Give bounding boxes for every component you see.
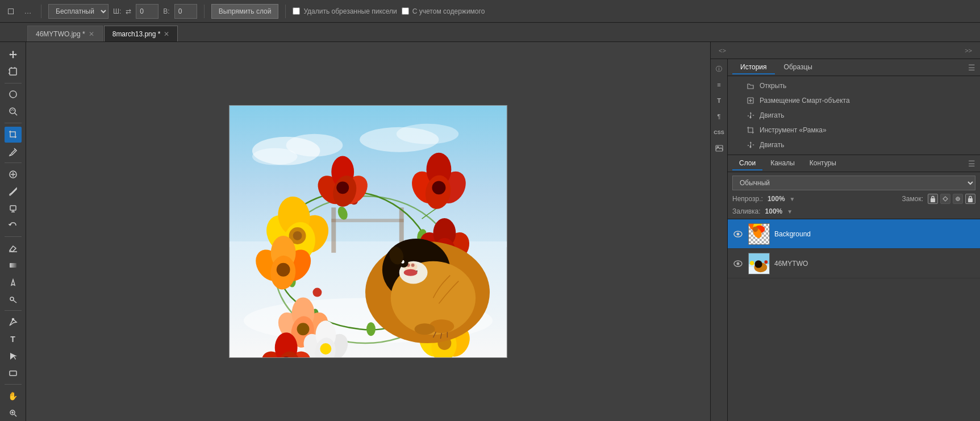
svg-rect-31 [331,207,336,253]
paragraph-panel-icon[interactable]: ¶ [712,109,727,124]
lock-pixels-icon[interactable] [940,194,950,204]
tool-sep-6 [5,384,22,385]
tab-1-close[interactable]: ✕ [164,31,169,37]
history-item-1[interactable]: Размещение Смарт-объекта [728,93,980,108]
tab-history[interactable]: История [732,61,775,74]
svg-point-129 [753,226,758,231]
svg-line-6 [15,113,17,115]
canvas-content [229,105,507,358]
layers-section: Слои Каналы Контуры ☰ [728,155,980,421]
ps-icon: □ [5,5,17,18]
text-tool[interactable]: T [5,331,22,347]
tool-sep-2 [5,123,22,123]
straighten-btn[interactable]: Выпрямить слой [211,4,279,19]
layers-list: Background [728,219,980,421]
brush-presets-icon[interactable]: ≡ [712,77,727,92]
svg-line-16 [13,300,16,303]
right-panel: <> >> ⓘ ≡ T ¶ CSS [710,42,980,421]
layer-thumb-46mytwo [748,253,770,274]
layers-menu-btn[interactable]: ☰ [968,159,975,168]
tab-1[interactable]: 8march13.png * ✕ [104,26,178,41]
tab-paths[interactable]: Контуры [803,157,843,170]
svg-point-97 [411,264,415,267]
right-content-main: История Образцы ☰ [728,59,980,421]
layer-thumb-background [748,223,770,245]
layer-visibility-46mytwo[interactable] [732,260,744,267]
tab-samples[interactable]: Образцы [776,61,820,74]
svg-line-20 [14,414,16,416]
svg-rect-18 [10,371,16,376]
history-panel: История Образцы ☰ [728,59,980,155]
layer-item-46mytwo[interactable]: 46MYTWO [728,249,980,278]
artboard-tool[interactable] [5,64,22,80]
top-toolbar: □ … Бесплатный Ш: ⇄ В: Выпрямить слой Уд… [0,0,980,23]
canvas-area[interactable] [26,42,710,421]
pen-tool[interactable] [5,314,22,330]
image-panel-icon[interactable] [712,141,727,156]
history-item-2[interactable]: Двигать [728,108,980,123]
svg-point-26 [252,148,298,165]
lock-all-icon[interactable] [965,194,975,204]
move-tool[interactable] [5,47,22,62]
history-item-4[interactable]: Двигать [728,137,980,152]
svg-point-75 [297,323,310,335]
path-select-tool[interactable] [5,348,22,364]
content-aware-checkbox[interactable] [402,7,409,15]
tool-preset-dropdown[interactable]: Бесплатный [48,4,109,19]
tab-0-close[interactable]: ✕ [89,31,94,37]
svg-point-119 [737,232,740,235]
info-panel-icon[interactable]: ⓘ [712,61,727,76]
tab-channels[interactable]: Каналы [764,157,802,170]
fill-arrow-down[interactable]: ▼ [787,209,793,215]
svg-point-80 [320,343,331,355]
css-panel-icon[interactable]: CSS [712,125,727,140]
layer-item-background[interactable]: Background [728,219,980,249]
svg-rect-0 [10,68,16,75]
history-menu-btn[interactable]: ☰ [968,63,975,72]
delete-pixels-checkbox[interactable] [293,7,300,15]
shape-tool[interactable] [5,365,22,381]
lock-transparent-icon[interactable] [928,194,938,204]
history-item-3[interactable]: Инструмент «Рамка» [728,123,980,137]
open-icon [746,81,755,90]
gradient-tool[interactable] [5,257,22,273]
lasso-tool[interactable] [5,86,22,102]
panel-collapse-left[interactable]: <> [715,46,729,55]
blur-tool[interactable] [5,274,22,290]
history-brush-tool[interactable] [5,218,22,234]
toolbar-sep-1 [41,5,41,18]
history-item-0[interactable]: Открыть [728,78,980,93]
width-input[interactable] [136,4,159,19]
panel-collapse-right[interactable]: >> [961,46,975,55]
dodge-tool[interactable] [5,291,22,307]
text-panel-icon[interactable]: T [712,93,727,108]
toolbar-sep-3 [285,5,286,18]
tab-0[interactable]: 46MYTWO.jpg * ✕ [27,26,103,41]
right-panel-top: <> >> [711,42,980,59]
svg-rect-112 [931,198,935,202]
blend-mode-select[interactable]: Обычный [732,176,975,190]
layer-visibility-background[interactable] [732,231,744,237]
hand-tool[interactable]: ✋ [5,388,22,404]
delete-pixels-label: Удалить обрезанные пиксели [303,7,397,15]
stamp-tool[interactable] [5,201,22,216]
lock-position-icon[interactable] [953,194,963,204]
history-list: Открыть Размещение Смарт-объекта [728,76,980,155]
quick-select-tool[interactable] [5,103,22,119]
options-icon[interactable]: … [22,5,34,18]
svg-rect-10 [10,206,16,210]
right-content: ⓘ ≡ T ¶ CSS [711,59,980,421]
height-input[interactable] [174,4,197,19]
crop-tool[interactable] [5,127,22,143]
svg-point-100 [404,269,418,276]
brush-tool[interactable] [5,184,22,199]
svg-point-136 [754,260,762,268]
healing-tool[interactable] [5,166,22,182]
eyedropper-tool[interactable] [5,144,22,160]
opacity-arrow-down[interactable]: ▼ [790,196,795,202]
eraser-tool[interactable] [5,240,22,256]
svg-rect-33 [331,219,403,222]
zoom-tool[interactable] [5,405,22,421]
svg-point-65 [432,181,445,194]
tab-layers[interactable]: Слои [732,157,762,170]
